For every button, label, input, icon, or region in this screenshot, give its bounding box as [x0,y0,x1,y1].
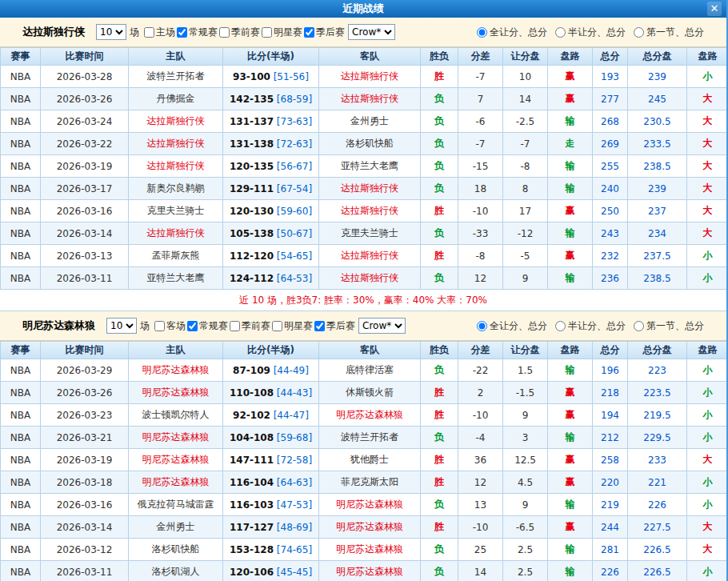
bookmaker-select[interactable]: Crow* [348,24,395,40]
checkbox-input[interactable] [144,27,154,38]
league-cell: NBA [1,178,41,200]
score-cell[interactable]: 116-103 [47-53] [223,494,319,516]
date-cell: 2026-03-13 [41,245,129,267]
total-points-cell: 196 [593,359,628,382]
league-cell: NBA [1,539,41,561]
handicap-result-cell: 输 [548,178,593,200]
total-line-cell: 234 [628,222,687,245]
handicap-line-cell: -12 [503,222,548,245]
score-cell[interactable]: 105-138 [50-67] [223,222,319,245]
checkbox-input[interactable] [314,321,325,331]
column-header: 总分 [593,342,628,359]
total-points-cell: 243 [593,222,628,245]
date-cell: 2026-03-28 [41,66,129,88]
date-cell: 2026-03-14 [41,516,129,539]
score-cell[interactable]: 117-127 [48-69] [223,516,319,539]
radio-input[interactable] [477,321,487,331]
total-points-cell: 193 [593,66,628,88]
column-header: 让分盘 [503,48,548,66]
checkbox-input[interactable] [262,27,272,38]
filter-checkbox[interactable]: 明星赛 [260,26,302,39]
handicap-result-cell: 输 [548,561,593,581]
score-cell[interactable]: 129-111 [67-54] [223,178,319,200]
checkbox-input[interactable] [154,321,165,331]
score-cell[interactable]: 120-135 [56-67] [223,155,319,178]
point-diff-cell: -6 [458,110,503,133]
close-button[interactable]: ✕ [707,2,722,16]
score-cell[interactable]: 93-100 [51-56] [223,66,319,88]
score-cell[interactable]: 131-137 [73-63] [223,110,319,133]
filter-radio[interactable]: 半让分、总分 [555,319,626,333]
checkbox-input[interactable] [272,321,282,331]
total-points-cell: 219 [593,494,628,516]
handicap-line-cell: 9 [503,494,548,516]
score-cell[interactable]: 112-120 [54-65] [223,245,319,267]
bookmaker-select[interactable]: Crow* [358,318,406,334]
checkbox-input[interactable] [177,27,187,38]
game-count-select[interactable]: 10 [106,318,137,334]
score-cell[interactable]: 116-104 [64-63] [223,471,319,494]
away-team-cell: 明尼苏达森林狼 [319,539,421,561]
league-cell: NBA [1,245,41,267]
games-unit-label: 场 [130,26,139,39]
game-count-select[interactable]: 10 [96,24,126,40]
game-row: NBA2026-03-11亚特兰大老鹰124-112 [64-53]达拉斯独行侠… [1,267,728,290]
checkbox-input[interactable] [230,321,240,331]
filter-checkbox[interactable]: 常规赛 [175,26,218,39]
score-cell[interactable]: 92-102 [44-47] [223,404,319,427]
checkbox-input[interactable] [187,321,198,331]
date-cell: 2026-03-18 [41,471,129,494]
win-loss-cell: 负 [421,494,458,516]
win-loss-cell: 负 [421,222,458,245]
score-cell[interactable]: 120-130 [59-60] [223,200,319,222]
filter-checkbox[interactable]: 季前赛 [218,26,260,39]
filter-checkbox[interactable]: 客场 [153,319,186,333]
score-cell[interactable]: 153-128 [74-65] [223,539,319,561]
total-points-cell: 220 [593,471,628,494]
filter-checkbox[interactable]: 主场 [142,26,175,39]
handicap-result-cell: 输 [548,267,593,290]
column-header: 胜负 [421,342,458,359]
win-loss-cell: 负 [421,427,458,449]
radio-input[interactable] [555,27,566,38]
score-cell[interactable]: 131-138 [72-63] [223,133,319,155]
radio-input[interactable] [634,27,644,38]
point-diff-cell: -4 [458,427,503,449]
filter-checkbox[interactable]: 常规赛 [186,319,228,333]
handicap-line-cell: 2.5 [503,539,548,561]
home-team-cell: 洛杉矶湖人 [129,561,223,581]
game-row: NBA2026-03-17新奥尔良鹈鹕129-111 [67-54]达拉斯独行侠… [1,178,728,200]
column-header: 比赛时间 [41,342,129,359]
handicap-result-cell: 赢 [548,66,593,88]
radio-input[interactable] [477,27,487,38]
score-cell[interactable]: 120-106 [45-45] [223,561,319,581]
handicap-line-cell: -6.5 [503,516,548,539]
home-team-cell: 明尼苏达森林狼 [129,449,223,471]
filter-radio[interactable]: 第一节、总分 [634,319,704,333]
date-cell: 2026-03-24 [41,110,129,133]
score-cell[interactable]: 110-108 [44-43] [223,382,319,404]
score-cell[interactable]: 147-111 [72-58] [223,449,319,471]
filter-radio[interactable]: 第一节、总分 [634,26,704,39]
handicap-line-cell: 12.5 [503,449,548,471]
checkbox-input[interactable] [219,27,230,38]
game-row: NBA2026-03-22达拉斯独行侠131-138 [72-63]洛杉矶快船负… [1,133,728,155]
home-team-cell: 明尼苏达森林狼 [129,471,223,494]
score-cell[interactable]: 142-135 [68-59] [223,88,319,110]
handicap-result-cell: 赢 [548,516,593,539]
filter-checkbox[interactable]: 季后赛 [313,319,355,333]
score-cell[interactable]: 104-108 [59-68] [223,427,319,449]
filter-radio[interactable]: 全让分、总分 [477,26,547,39]
filter-checkbox[interactable]: 季前赛 [228,319,270,333]
score-cell[interactable]: 124-112 [64-53] [223,267,319,290]
score-cell[interactable]: 87-109 [44-49] [223,359,319,382]
filter-checkbox[interactable]: 季后赛 [302,26,345,39]
away-team-cell: 波特兰开拓者 [319,427,421,449]
league-cell: NBA [1,516,41,539]
radio-input[interactable] [634,321,644,331]
filter-checkbox[interactable]: 明星赛 [270,319,313,333]
checkbox-input[interactable] [304,27,314,38]
filter-radio[interactable]: 半让分、总分 [555,26,626,39]
filter-radio[interactable]: 全让分、总分 [477,319,547,333]
radio-input[interactable] [555,321,566,331]
